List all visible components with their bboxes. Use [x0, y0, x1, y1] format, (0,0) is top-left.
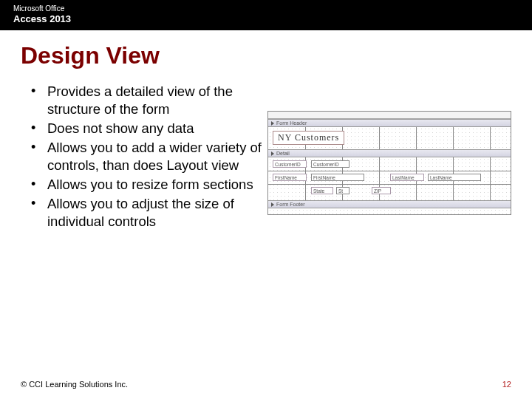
design-view-mock: Form Header NY Customers Detail Customer…	[267, 111, 511, 215]
form-title-control: NY Customers	[273, 131, 344, 145]
bullet-list: Provides a detailed view of the structur…	[21, 83, 265, 232]
section-label: Form Footer	[276, 202, 305, 207]
section-label: Detail	[276, 151, 290, 156]
content-row: Provides a detailed view of the structur…	[0, 69, 532, 232]
page-number: 12	[502, 380, 511, 389]
form-footer-area	[268, 208, 511, 214]
design-view-figure: Form Header NY Customers Detail Customer…	[265, 83, 519, 232]
textbox-control: FirstName	[311, 174, 364, 181]
list-item: Allows you to add a wider variety of con…	[21, 139, 265, 174]
grid-dots	[268, 208, 511, 214]
label-control: CustomerID	[273, 160, 307, 168]
copyright-text: © CCI Learning Solutions Inc.	[21, 380, 128, 389]
label-control: LastName	[390, 174, 424, 181]
horizontal-ruler	[268, 112, 511, 119]
textbox-control: St	[336, 187, 349, 194]
brand-line-1: Microsoft Office	[13, 4, 519, 13]
detail-bar: Detail	[268, 149, 511, 157]
slide-header: Microsoft Office Access 2013	[0, 0, 532, 30]
section-label: Form Header	[276, 120, 307, 126]
expand-icon	[271, 202, 274, 207]
list-item: Provides a detailed view of the structur…	[21, 83, 265, 118]
label-control: FirstName	[273, 174, 307, 181]
expand-icon	[271, 151, 274, 156]
label-control: State	[311, 187, 333, 194]
form-header-bar: Form Header	[268, 119, 511, 127]
list-item: Does not show any data	[21, 120, 265, 137]
textbox-control: LastName	[428, 174, 481, 181]
list-item: Allows you to adjust the size of individ…	[21, 195, 265, 231]
form-footer-bar: Form Footer	[268, 200, 511, 208]
brand-line-2: Access 2013	[13, 13, 519, 24]
label-control: ZIP	[372, 187, 391, 194]
page-title: Design View	[0, 30, 532, 69]
detail-area: CustomerID CustomerID FirstName FirstNam…	[268, 157, 511, 200]
list-item: Allows you to resize form sections	[21, 176, 265, 194]
expand-icon	[271, 121, 274, 126]
textbox-control: CustomerID	[311, 160, 349, 168]
form-header-area: NY Customers	[268, 127, 511, 149]
slide-footer: © CCI Learning Solutions Inc. 12	[0, 380, 532, 389]
